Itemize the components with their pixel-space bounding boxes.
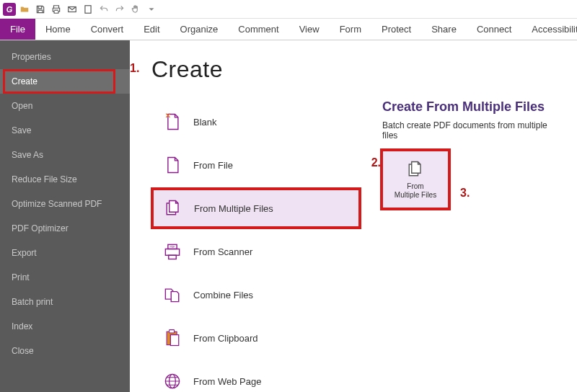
sidebar-item-save[interactable]: Save xyxy=(0,118,130,143)
tab-view[interactable]: View xyxy=(289,19,330,40)
panel-description: Batch create PDF documents from multiple… xyxy=(382,120,555,141)
combine-files-icon xyxy=(162,284,183,306)
sidebar-item-print[interactable]: Print xyxy=(0,265,130,290)
option-from-multiple-files[interactable]: From Multiple Files xyxy=(151,188,361,228)
svg-rect-1 xyxy=(85,5,91,13)
annotation-box-3 xyxy=(380,148,451,210)
file-icon xyxy=(162,154,183,176)
hand-tool-icon[interactable] xyxy=(128,2,143,17)
option-blank[interactable]: Blank xyxy=(151,102,361,142)
sidebar-item-pdf-optimizer[interactable]: PDF Optimizer xyxy=(0,216,130,241)
tab-connect[interactable]: Connect xyxy=(467,19,521,40)
tab-home[interactable]: Home xyxy=(35,19,81,40)
multiple-files-icon xyxy=(162,197,184,219)
annotation-1: 1. xyxy=(130,62,139,75)
svg-rect-8 xyxy=(170,335,178,346)
tab-comment[interactable]: Comment xyxy=(228,19,288,40)
option-from-clipboard[interactable]: From Clipboard xyxy=(151,318,361,358)
tab-protect[interactable]: Protect xyxy=(371,19,421,40)
option-combine-files[interactable]: Combine Files xyxy=(151,275,361,315)
sidebar-item-export[interactable]: Export xyxy=(0,241,130,265)
sidebar-item-optimize-scanned[interactable]: Optimize Scanned PDF xyxy=(0,192,130,216)
ribbon-tabs: File Home Convert Edit Organize Comment … xyxy=(0,19,577,40)
option-label: Blank xyxy=(193,117,217,128)
sidebar-item-label: Create xyxy=(12,76,38,86)
sidebar-item-save-as[interactable]: Save As xyxy=(0,143,130,167)
print-icon[interactable] xyxy=(49,2,63,17)
tab-form[interactable]: Form xyxy=(330,19,371,40)
sidebar-item-batch-print[interactable]: Batch print xyxy=(0,290,130,314)
annotation-3: 3. xyxy=(460,187,470,200)
sidebar-item-index[interactable]: Index xyxy=(0,314,130,339)
globe-icon xyxy=(162,370,183,392)
content-area: 1. Create Blank From File 2. From Multip… xyxy=(130,40,577,392)
tile-label: FromMultiple Files xyxy=(395,182,436,200)
app-icon: G xyxy=(3,3,16,16)
redo-icon[interactable] xyxy=(113,2,127,17)
clipboard-icon xyxy=(162,327,183,349)
option-from-file[interactable]: From File 2. xyxy=(151,145,361,185)
multiple-files-icon xyxy=(405,159,426,179)
svg-rect-2 xyxy=(165,249,179,256)
option-from-scanner[interactable]: PDF From Scanner xyxy=(151,231,361,272)
tab-share[interactable]: Share xyxy=(421,19,467,40)
tab-file[interactable]: File xyxy=(0,19,35,40)
option-from-web-page[interactable]: From Web Page xyxy=(151,361,361,392)
sidebar-item-properties[interactable]: Properties xyxy=(0,45,130,69)
tab-accessibility[interactable]: Accessibility xyxy=(521,19,577,40)
email-icon[interactable] xyxy=(65,2,79,17)
sidebar-item-open[interactable]: Open xyxy=(0,94,130,118)
qat-dropdown-icon[interactable] xyxy=(144,2,159,17)
scanner-icon: PDF xyxy=(162,241,183,262)
option-label: From Web Page xyxy=(193,376,261,387)
panel-title: Create From Multiple Files xyxy=(382,99,555,115)
create-column: Create Blank From File 2. From Multiple … xyxy=(151,56,361,376)
svg-text:PDF: PDF xyxy=(170,246,175,249)
open-folder-icon[interactable] xyxy=(17,2,32,17)
option-label: From File xyxy=(193,160,233,171)
option-label: From Clipboard xyxy=(193,333,258,344)
option-label: From Scanner xyxy=(193,246,252,257)
page-title: Create xyxy=(151,56,361,83)
option-label: From Multiple Files xyxy=(194,203,273,214)
create-options-list: Blank From File 2. From Multiple Files P… xyxy=(151,102,361,392)
svg-rect-7 xyxy=(169,330,175,333)
tab-organize[interactable]: Organize xyxy=(170,19,229,40)
save-icon[interactable] xyxy=(33,2,48,17)
main-area: Properties Create Open Save Save As Redu… xyxy=(0,40,577,392)
tab-edit[interactable]: Edit xyxy=(133,19,169,40)
blank-page-icon xyxy=(162,111,183,133)
from-multiple-files-button[interactable]: FromMultiple Files xyxy=(382,151,449,208)
quick-access-toolbar: G xyxy=(0,0,577,19)
annotation-2: 2. xyxy=(371,156,381,169)
new-doc-icon[interactable] xyxy=(81,2,95,17)
sidebar-item-reduce-file-size[interactable]: Reduce File Size xyxy=(0,167,130,192)
detail-panel: Create From Multiple Files Batch create … xyxy=(382,56,555,376)
file-menu-sidebar: Properties Create Open Save Save As Redu… xyxy=(0,40,130,392)
sidebar-item-create[interactable]: Create xyxy=(0,69,130,94)
undo-icon[interactable] xyxy=(97,2,111,17)
tab-convert[interactable]: Convert xyxy=(81,19,134,40)
option-label: Combine Files xyxy=(193,290,253,300)
sidebar-item-close[interactable]: Close xyxy=(0,339,130,363)
svg-rect-4 xyxy=(169,255,177,259)
